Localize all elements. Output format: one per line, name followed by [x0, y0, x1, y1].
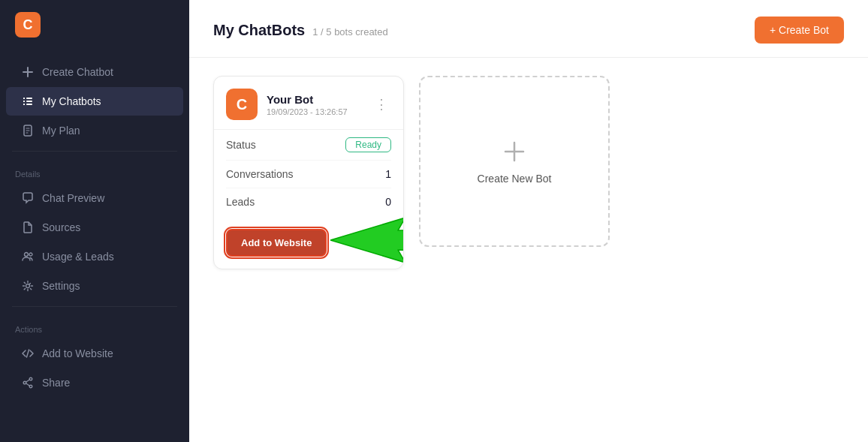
add-to-website-button[interactable]: Add to Website	[226, 229, 327, 257]
sidebar-item-my-plan[interactable]: My Plan	[6, 116, 183, 145]
sidebar-item-my-chatbots-label: My Chatbots	[42, 95, 101, 107]
svg-rect-3	[26, 101, 32, 102]
actions-section-label: Actions	[0, 313, 189, 338]
svg-rect-5	[26, 104, 32, 105]
status-row: Status Ready	[226, 130, 391, 161]
svg-rect-0	[23, 98, 25, 99]
bot-avatar: C	[226, 89, 258, 120]
divider-1	[12, 151, 177, 152]
leads-label: Leads	[226, 196, 255, 208]
document-icon	[21, 124, 35, 137]
svg-marker-13	[330, 218, 404, 263]
sidebar-item-settings-label: Settings	[42, 280, 80, 292]
main-content: My ChatBots 1 / 5 bots created + Create …	[189, 0, 868, 442]
bot-card-header: C Your Bot 19/09/2023 - 13:26:57 ⋮	[214, 77, 403, 130]
page-title: My ChatBots	[213, 22, 305, 39]
sidebar-item-usage-leads-label: Usage & Leads	[42, 251, 114, 263]
sidebar-item-sources[interactable]: Sources	[6, 213, 183, 242]
status-label: Status	[226, 139, 256, 151]
sidebar-item-add-to-website[interactable]: Add to Website	[6, 339, 183, 368]
svg-point-11	[29, 385, 32, 388]
sidebar-item-share[interactable]: Share	[6, 368, 183, 397]
bots-grid: C Your Bot 19/09/2023 - 13:26:57 ⋮ Statu…	[189, 58, 868, 287]
gear-icon	[21, 279, 35, 293]
list-icon	[21, 95, 35, 108]
conversations-row: Conversations 1	[226, 161, 391, 188]
sidebar: C Create Chatbot	[0, 0, 189, 442]
create-new-bot-label: Create New Bot	[478, 173, 552, 185]
file-icon	[21, 221, 35, 234]
svg-point-8	[29, 253, 32, 256]
sidebar-item-chat-preview[interactable]: Chat Preview	[6, 184, 183, 212]
sidebar-item-my-plan-label: My Plan	[42, 125, 80, 137]
conversations-value: 1	[385, 168, 391, 180]
divider-2	[12, 306, 177, 307]
chat-icon	[21, 191, 35, 205]
bot-menu-button[interactable]: ⋮	[372, 95, 391, 114]
bot-card-footer: Add to Website	[214, 221, 403, 269]
conversations-label: Conversations	[226, 168, 294, 180]
sidebar-item-share-label: Share	[42, 377, 70, 389]
users-icon	[21, 250, 35, 263]
svg-rect-1	[26, 98, 32, 99]
status-badge: Ready	[345, 137, 391, 152]
create-bot-button[interactable]: + Create Bot	[755, 17, 844, 44]
sidebar-item-create-chatbot[interactable]: Create Chatbot	[6, 58, 183, 86]
sidebar-item-settings[interactable]: Settings	[6, 272, 183, 300]
sidebar-item-chat-preview-label: Chat Preview	[42, 192, 104, 204]
app-logo: C	[15, 12, 41, 38]
sidebar-nav: Create Chatbot My Chatbots	[0, 50, 189, 442]
svg-point-10	[29, 377, 32, 380]
bot-date: 19/09/2023 - 13:26:57	[267, 107, 363, 116]
sidebar-item-sources-label: Sources	[42, 221, 80, 233]
sidebar-logo: C	[0, 0, 189, 50]
arrow-annotation	[330, 214, 404, 269]
bot-name: Your Bot	[267, 93, 363, 106]
share-icon	[21, 376, 35, 389]
page-header: My ChatBots 1 / 5 bots created + Create …	[189, 0, 868, 58]
code-icon	[21, 347, 35, 360]
create-new-bot-card[interactable]: Create New Bot	[419, 76, 610, 247]
leads-row: Leads 0	[226, 188, 391, 215]
svg-rect-2	[23, 101, 25, 102]
sidebar-item-add-to-website-label: Add to Website	[42, 347, 113, 359]
svg-rect-4	[23, 104, 25, 105]
bot-card-body: Status Ready Conversations 1 Leads 0	[214, 130, 403, 221]
bot-card: C Your Bot 19/09/2023 - 13:26:57 ⋮ Statu…	[213, 76, 404, 269]
bot-info: Your Bot 19/09/2023 - 13:26:57	[267, 93, 363, 116]
svg-point-7	[25, 253, 29, 257]
title-group: My ChatBots 1 / 5 bots created	[213, 22, 388, 39]
bots-count: 1 / 5 bots created	[312, 26, 387, 38]
plus-icon	[21, 65, 35, 79]
sidebar-item-my-chatbots[interactable]: My Chatbots	[6, 87, 183, 116]
sidebar-item-usage-leads[interactable]: Usage & Leads	[6, 242, 183, 271]
leads-value: 0	[385, 196, 391, 208]
plus-large-icon	[501, 138, 528, 165]
details-section-label: Details	[0, 158, 189, 183]
sidebar-item-create-chatbot-label: Create Chatbot	[42, 66, 113, 78]
svg-point-12	[23, 381, 26, 384]
